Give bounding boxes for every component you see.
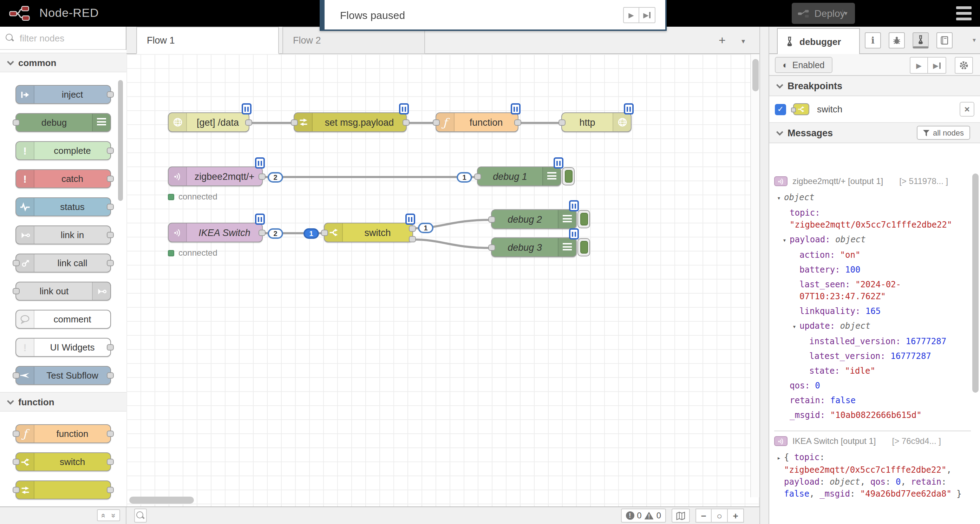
node-change[interactable]: set msg.payload [294,113,407,132]
palette-node-clipped[interactable] [16,480,111,499]
debug-row[interactable]: last_seen: "2024-02-07T10:23:47.762Z" [774,279,969,303]
debug-row-collapsed[interactable]: ▸{ topic: "zigbee2mqtt/0x5cc7c1fffe2dbe2… [774,452,969,500]
node-function[interactable]: ƒfunction [436,113,519,132]
add-flow-button[interactable]: + [713,32,731,49]
debug-row[interactable]: state: "idle" [774,365,969,377]
output-port[interactable] [402,119,410,126]
main-menu-button[interactable] [956,6,972,21]
debugger-play-button[interactable]: ▶ [910,57,928,74]
debug-row[interactable]: latest_version: 16777287 [774,351,969,362]
caret-icon[interactable]: ▾ [783,235,790,246]
palette-node-inject[interactable]: inject [16,85,111,104]
node-switch[interactable]: switch11 [324,223,413,242]
output-port[interactable] [107,430,114,437]
sidebar-splitter[interactable] [759,27,769,524]
input-port[interactable] [488,216,495,223]
collapse-all-categories-button[interactable]: » [97,509,109,521]
messages-section-header[interactable]: Messages all nodes [769,123,980,143]
palette-node-debug[interactable]: debug [16,113,111,132]
palette-node-ui-widgets[interactable]: !UI Widgets [16,338,111,357]
tab-info-button[interactable]: i [865,32,881,48]
sidebar-scrollbar[interactable] [972,169,979,522]
output-port-1[interactable] [409,225,416,232]
node-mqtt2[interactable]: IKEA Switch2 [168,223,263,242]
node-debug3[interactable]: debug 3 [491,237,577,257]
input-port[interactable] [558,119,566,126]
debug-row[interactable]: linkquality: 165 [774,306,969,318]
filter-all-nodes-button[interactable]: all nodes [917,126,970,140]
breakpoints-section-header[interactable]: Breakpoints [769,76,980,96]
input-port[interactable] [13,372,20,379]
debug-row[interactable]: ▾object [774,192,969,205]
debug-row[interactable]: retain: false [774,395,969,407]
output-port[interactable] [107,372,114,379]
palette-scrollbar[interactable] [118,55,123,476]
navigator-button[interactable] [671,508,690,522]
zoom-reset-button[interactable]: ○ [712,508,728,522]
step-message-button[interactable]: ▶ [639,7,655,23]
flow-canvas[interactable]: [get] /dataset msg.payloadƒfunctionhttpz… [126,54,759,507]
debug-message-id[interactable]: [> 511978... ] [899,176,948,186]
debug-row[interactable]: action: "on" [774,249,969,261]
palette-node-link-call[interactable]: link call [16,254,111,273]
output-port[interactable] [107,176,114,182]
breakpoint-checkbox[interactable]: ✓ [775,103,786,115]
canvas-horizontal-scrollbar[interactable] [126,497,750,505]
input-port[interactable] [291,119,298,126]
tab-debugger[interactable]: debugger [777,28,860,54]
output-port[interactable] [107,487,114,493]
output-port[interactable] [259,173,266,180]
debug-row[interactable]: battery: 100 [774,264,969,276]
debugger-step-button[interactable]: ▶ [928,57,946,74]
expand-all-categories-button[interactable]: » [108,509,120,521]
debug-message-meta[interactable]: IKEA Switch [output 1][> 76c9d4... ] [774,435,969,449]
debug-message-meta[interactable]: zigbee2mqtt/+ [output 1][> 511978... ] [774,175,969,189]
output-port[interactable] [107,91,114,98]
output-port[interactable] [245,119,252,126]
canvas-vertical-scrollbar[interactable] [750,54,759,497]
input-port[interactable] [433,119,440,126]
palette-filter-input[interactable] [18,32,120,44]
node-httpres[interactable]: http [561,113,632,132]
debugger-settings-button[interactable] [955,57,973,74]
output-port-2[interactable] [409,236,416,242]
zoom-out-button[interactable]: − [695,508,712,522]
palette-node-status[interactable]: status [16,197,111,216]
palette-node-test-subflow[interactable]: Test Subflow [16,366,111,385]
debug-toggle-button[interactable] [578,238,590,256]
deploy-options-caret[interactable]: ▾ [842,10,850,17]
resume-flows-button[interactable]: ▶ [623,7,639,23]
palette-node-catch[interactable]: !catch [16,169,111,188]
caret-icon[interactable]: ▾ [792,321,799,333]
tab-help-button[interactable] [937,32,953,48]
output-port[interactable] [107,260,114,266]
flow-tab-flow-1[interactable]: Flow 1 [136,27,279,54]
input-port[interactable] [13,430,20,437]
debug-message-id[interactable]: [> 76c9d4... ] [892,436,941,446]
output-port[interactable] [107,148,114,154]
debug-toggle-button[interactable] [562,167,575,186]
input-port[interactable] [13,119,20,126]
input-port[interactable] [13,459,20,465]
caret-icon[interactable]: ▸ [777,453,784,464]
debug-row[interactable]: ▾payload: object [774,234,969,246]
canvas-search-button[interactable] [134,508,147,522]
palette-node-link-in[interactable]: link in [16,225,111,245]
debug-row[interactable]: ▾update: object [774,320,969,333]
caret-icon[interactable]: ▾ [777,192,784,205]
output-port[interactable] [107,459,114,465]
debugger-enabled-toggle[interactable]: ◐ Enabled [775,57,832,73]
input-port[interactable] [321,230,328,236]
tab-debugger-flask-button[interactable] [913,32,929,48]
zoom-in-button[interactable]: + [728,508,744,522]
sidebar-tabs-caret[interactable]: ▾ [973,37,976,44]
palette-node-comment[interactable]: comment [16,310,111,329]
palette-category-function[interactable]: function [0,392,126,411]
input-port[interactable] [474,173,481,180]
palette-node-link-out[interactable]: link out [16,282,111,301]
node-debug2[interactable]: debug 2 [491,209,577,229]
palette-node-switch[interactable]: switch [16,453,111,471]
debug-row[interactable]: topic: "zigbee2mqtt/0x5cc7c1fffe2dbe22" [774,207,969,231]
input-port[interactable] [13,288,20,294]
palette-category-common[interactable]: common [0,53,126,72]
